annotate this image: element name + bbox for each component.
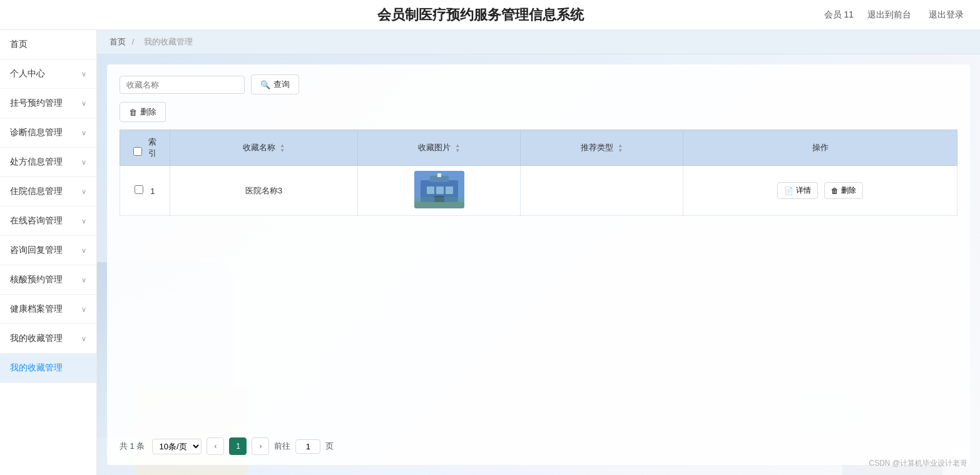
row-delete-label: 删除 (841, 185, 856, 196)
hospital-svg (414, 171, 464, 208)
svg-rect-5 (434, 196, 444, 202)
exit-frontend-button[interactable]: 退出到前台 (864, 7, 915, 23)
main-content: 首页 / 我的收藏管理 🔍 查询 (97, 30, 980, 475)
svg-rect-8 (414, 202, 464, 208)
sidebar-item-label: 处方信息管理 (10, 156, 63, 168)
sidebar: 首页 个人中心 ∨ 挂号预约管理 ∨ 诊断信息管理 ∨ 处方信息管理 ∨ 住院信… (0, 30, 97, 475)
sidebar-item-label: 住院信息管理 (10, 186, 63, 197)
header-user: 会员 11 (824, 9, 854, 21)
chevron-down-icon: ∨ (81, 188, 86, 196)
breadcrumb-current: 我的收藏管理 (144, 37, 193, 46)
sidebar-item-appointment[interactable]: 挂号预约管理 ∨ (0, 89, 96, 118)
delete-button-label: 删除 (140, 106, 156, 118)
sort-icon[interactable]: ▲▼ (455, 143, 460, 153)
sidebar-item-label: 挂号预约管理 (10, 98, 63, 109)
table-container: 索引 收藏名称 ▲▼ 收藏图片 ▲▼ (120, 130, 957, 429)
sidebar-item-my-favorites[interactable]: 我的收藏管理 (0, 354, 96, 383)
col-name-header[interactable]: 收藏名称 ▲▼ (170, 130, 358, 166)
search-bar: 🔍 查询 (120, 74, 957, 94)
detail-button[interactable]: 📄 详情 (777, 182, 818, 199)
chevron-down-icon: ∨ (81, 158, 86, 166)
col-name-label: 收藏名称 (243, 143, 275, 152)
sidebar-item-home[interactable]: 首页 (0, 30, 96, 59)
breadcrumb-separator: / (132, 37, 135, 46)
favorites-table: 索引 收藏名称 ▲▼ 收藏图片 ▲▼ (120, 130, 957, 216)
chevron-down-icon: ∨ (81, 305, 86, 314)
page-title: 会员制医疗预约服务管理信息系统 (138, 6, 824, 24)
hospital-image (414, 171, 464, 208)
chevron-down-icon: ∨ (81, 247, 86, 255)
sidebar-item-label: 在线咨询管理 (10, 215, 63, 227)
col-type-header[interactable]: 推荐类型 ▲▼ (521, 130, 683, 166)
header-actions: 会员 11 退出到前台 退出登录 (824, 7, 967, 23)
row-name: 医院名称3 (245, 186, 282, 195)
search-button-label: 查询 (273, 79, 290, 90)
prev-page-button[interactable]: ‹ (207, 437, 224, 455)
row-action-cell: 📄 详情 🗑 删除 (683, 166, 957, 216)
sidebar-item-inpatient[interactable]: 住院信息管理 ∨ (0, 177, 96, 207)
sidebar-item-label: 首页 (10, 39, 28, 50)
table-row: 1 医院名称3 (120, 166, 957, 216)
action-bar: 🗑 删除 (120, 102, 957, 122)
sidebar-item-label: 我的收藏管理 (10, 362, 63, 374)
sort-icon[interactable]: ▲▼ (618, 143, 623, 153)
chevron-down-icon: ∨ (81, 100, 86, 108)
sidebar-item-label: 咨询回复管理 (10, 245, 63, 256)
logout-button[interactable]: 退出登录 (925, 7, 967, 23)
col-image-header[interactable]: 收藏图片 ▲▼ (358, 130, 521, 166)
chevron-down-icon: ∨ (81, 129, 86, 137)
total-count: 共 1 条 (120, 441, 145, 452)
row-delete-icon: 🗑 (831, 186, 839, 195)
col-index-label: 索引 (148, 136, 156, 159)
search-icon: 🔍 (260, 80, 270, 89)
detail-icon: 📄 (784, 186, 794, 195)
row-name-cell: 医院名称3 (170, 166, 358, 216)
page-1-button[interactable]: 1 (229, 437, 247, 455)
row-image-cell (358, 166, 521, 216)
chevron-down-icon: ∨ (81, 276, 86, 284)
row-delete-button[interactable]: 🗑 删除 (824, 182, 863, 199)
col-checkbox: 索引 (120, 130, 170, 166)
sidebar-item-health[interactable]: 健康档案管理 ∨ (0, 295, 96, 324)
sidebar-item-personal[interactable]: 个人中心 ∨ (0, 59, 96, 89)
breadcrumb-home[interactable]: 首页 (110, 37, 126, 46)
svg-rect-2 (427, 186, 434, 194)
sidebar-item-consult[interactable]: 在线咨询管理 ∨ (0, 207, 96, 236)
sidebar-item-prescription[interactable]: 处方信息管理 ∨ (0, 148, 96, 177)
row-checkbox[interactable] (135, 185, 143, 194)
select-all-checkbox[interactable] (133, 147, 142, 156)
table-header-row: 索引 收藏名称 ▲▼ 收藏图片 ▲▼ (120, 130, 957, 166)
svg-rect-3 (436, 186, 444, 194)
col-action-header: 操作 (683, 130, 957, 166)
sidebar-item-label: 健康档案管理 (10, 304, 63, 315)
goto-page-input[interactable] (295, 439, 320, 454)
content-area: 首页 / 我的收藏管理 🔍 查询 (97, 30, 980, 475)
footer-watermark: CSDN @计算机毕业设计老哥 (869, 458, 967, 469)
sidebar-item-diagnosis[interactable]: 诊断信息管理 ∨ (0, 118, 96, 148)
sidebar-item-nucleic[interactable]: 核酸预约管理 ∨ (0, 265, 96, 295)
delete-icon: 🗑 (129, 108, 137, 117)
chevron-down-icon: ∨ (81, 70, 86, 78)
batch-delete-button[interactable]: 🗑 删除 (120, 102, 166, 122)
sidebar-item-consult-reply[interactable]: 咨询回复管理 ∨ (0, 236, 96, 265)
search-button[interactable]: 🔍 查询 (251, 74, 299, 94)
goto-suffix: 页 (325, 441, 334, 452)
body-wrapper: 首页 个人中心 ∨ 挂号预约管理 ∨ 诊断信息管理 ∨ 处方信息管理 ∨ 住院信… (0, 30, 980, 475)
search-input[interactable] (120, 76, 245, 94)
sidebar-item-favorites[interactable]: 我的收藏管理 ∨ (0, 324, 96, 354)
svg-rect-4 (446, 186, 453, 194)
pagination: 共 1 条 10条/页 20条/页 50条/页 ‹ 1 (120, 437, 957, 455)
col-action-label: 操作 (812, 143, 829, 152)
row-checkbox-cell: 1 (120, 166, 170, 216)
sort-icon[interactable]: ▲▼ (280, 143, 285, 153)
svg-rect-7 (437, 173, 441, 177)
header: 会员制医疗预约服务管理信息系统 会员 11 退出到前台 退出登录 (0, 0, 980, 30)
row-type-cell (521, 166, 683, 216)
sidebar-item-label: 我的收藏管理 (10, 333, 63, 344)
next-icon: › (259, 442, 262, 451)
page-number: 1 (236, 442, 240, 451)
page-size-select[interactable]: 10条/页 20条/页 50条/页 (152, 439, 202, 454)
prev-icon: ‹ (214, 442, 217, 451)
next-page-button[interactable]: › (252, 437, 269, 455)
chevron-down-icon: ∨ (81, 335, 86, 343)
